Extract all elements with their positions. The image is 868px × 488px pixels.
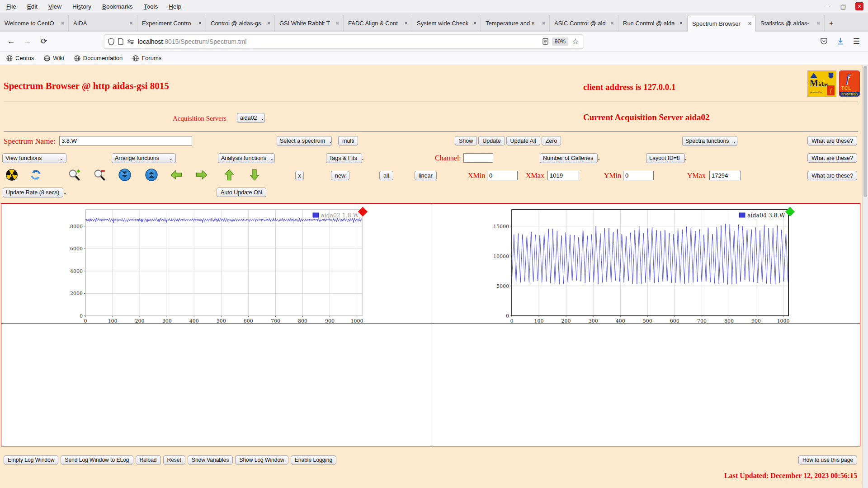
push-up-icon[interactable] [145,169,158,181]
tab-system-wide-check[interactable]: System wide Check✕ [412,15,481,32]
hamburger-menu-icon[interactable]: ☰ [853,37,860,46]
tab-close-icon[interactable]: ✕ [127,20,133,26]
menu-help[interactable]: Help [169,3,181,10]
tab-experiment-contro[interactable]: Experiment Contro✕ [137,15,206,32]
tab-close-icon[interactable]: ✕ [609,20,614,26]
xmin-input[interactable] [487,171,518,180]
spectra-functions-dropdown[interactable]: Spectra functions⌄ [682,136,737,146]
multi-button[interactable]: multi [338,136,358,145]
layout-id-dropdown[interactable]: Layout ID=8⌄ [646,153,685,163]
radiation-icon[interactable] [5,169,18,181]
tab-welcome-to-cento[interactable]: Welcome to CentO✕ [0,15,69,32]
tab-close-icon[interactable]: ✕ [471,20,477,26]
menu-edit[interactable]: Edit [27,3,38,10]
what-are-these-button[interactable]: What are these? [807,136,857,145]
url-text[interactable]: localhost:8015/Spectrum/Spectrum.tml [138,38,539,46]
view-functions-dropdown[interactable]: View functions⌄ [2,153,66,163]
update-rate-dropdown[interactable]: Update Rate (8 secs)⌄ [3,188,63,197]
what-are-these-button[interactable]: What are these? [807,171,857,180]
tab-spectrum-browser[interactable]: Spectrum Browser✕ [687,15,756,32]
linear-button[interactable]: linear [415,171,437,180]
tab-control-aidas-gs[interactable]: Control @ aidas-gs✕ [206,15,275,32]
zoom-level-badge[interactable]: 90% [552,38,568,46]
tab-close-icon[interactable]: ✕ [59,20,65,26]
tab-aida[interactable]: AIDA✕ [69,15,137,32]
bookmark-documentation[interactable]: Documentation [74,55,123,61]
spectrum-name-input[interactable] [59,136,192,145]
bookmark-wiki[interactable]: Wiki [44,55,64,61]
tab-close-icon[interactable]: ✕ [265,20,271,26]
show-variables-button[interactable]: Show Variables [188,455,233,465]
back-button[interactable]: ← [5,37,17,46]
tab-close-icon[interactable]: ✕ [334,20,340,26]
empty-log-window-button[interactable]: Empty Log Window [4,455,58,465]
what-are-these-button[interactable]: What are these? [807,153,857,163]
new-button[interactable]: new [331,171,349,180]
arrow-up-icon[interactable] [223,169,236,181]
arrow-down-icon[interactable] [248,169,261,181]
page-scrollbar[interactable] [862,65,868,488]
arrow-right-icon[interactable] [195,169,208,181]
close-button[interactable]: ✕ [855,2,863,10]
download-icon[interactable] [837,38,844,45]
tab-close-icon[interactable]: ✕ [402,20,408,26]
tab-close-icon[interactable]: ✕ [815,20,821,26]
zoom-out-icon[interactable] [93,169,106,181]
bookmark-centos[interactable]: Centos [6,55,34,61]
menu-tools[interactable]: Tools [144,3,158,10]
tab-fadc-align-cont[interactable]: FADC Align & Cont✕ [344,15,412,32]
zero-button[interactable]: Zero [542,136,561,145]
arrow-left-icon[interactable] [170,169,183,181]
reload-button[interactable]: ⟳ [38,37,50,46]
all-button[interactable]: all [379,171,393,180]
tab-close-icon[interactable]: ✕ [196,20,202,26]
scrollbar-thumb[interactable] [863,66,867,197]
menu-bookmarks[interactable]: Bookmarks [102,3,133,10]
pocket-icon[interactable] [820,38,828,45]
reload-button[interactable]: Reload [136,455,161,465]
analysis-functions-dropdown[interactable]: Analysis functions⌄ [218,153,275,163]
bookmark-forums[interactable]: Forums [132,55,161,61]
tab-run-control-aida[interactable]: Run Control @ aida✕ [618,15,687,32]
tab-statistics-aidas-[interactable]: Statistics @ aidas-✕ [756,15,825,32]
tab-close-icon[interactable]: ✕ [677,20,683,26]
send-log-window-to-elog-button[interactable]: Send Log Window to ELog [61,455,133,465]
select-spectrum-dropdown[interactable]: Select a spectrum⌄ [277,136,332,146]
tab-asic-control-aid[interactable]: ASIC Control @ aid✕ [550,15,618,32]
x-axis-button[interactable]: x [295,171,304,180]
ymax-input[interactable] [709,171,741,180]
tab-gsi-white-rabbit-t[interactable]: GSI White Rabbit T✕ [275,15,344,32]
acquisition-server-select[interactable]: aida02⌄ [237,113,265,123]
reader-mode-icon[interactable] [542,38,548,45]
zoom-in-icon[interactable] [68,169,80,181]
update-button[interactable]: Update [478,136,505,145]
menu-history[interactable]: History [72,3,91,10]
xmax-input[interactable] [547,171,579,180]
auto-update-button[interactable]: Auto Update ON [217,188,266,197]
refresh-icon[interactable] [29,169,42,181]
show-log-window-button[interactable]: Show Log Window [235,455,288,465]
bookmark-star-icon[interactable]: ☆ [572,37,579,47]
tags-fits-dropdown[interactable]: Tags & Fits⌄ [326,153,362,163]
permissions-icon[interactable] [127,39,134,44]
menu-file[interactable]: File [6,3,16,10]
ymin-input[interactable] [623,171,654,180]
reset-button[interactable]: Reset [163,455,185,465]
menu-view[interactable]: View [48,3,61,10]
how-to-use-button[interactable]: How to use this page [798,455,857,465]
number-of-galleries-dropdown[interactable]: Number of Galleries⌄ [540,153,598,163]
enable-logging-button[interactable]: Enable Logging [291,455,336,465]
channel-input[interactable] [463,153,493,163]
tab-close-icon[interactable]: ✕ [746,21,752,27]
new-tab-button[interactable]: + [825,15,838,32]
update-all-button[interactable]: Update All [506,136,540,145]
show-button[interactable]: Show [455,136,477,145]
tab-temperature-and-s[interactable]: Temperature and s✕ [481,15,550,32]
minimize-button[interactable]: – [823,2,831,10]
page-info-icon[interactable] [118,38,123,45]
shield-icon[interactable] [108,38,114,45]
right-chart[interactable]: 0100200300400500600700800900100005000100… [491,205,794,325]
url-bar[interactable]: localhost:8015/Spectrum/Spectrum.tml 90%… [104,34,583,49]
left-chart[interactable]: 0100200300400500600700800900100002000400… [65,205,368,325]
push-down-icon[interactable] [118,169,131,181]
